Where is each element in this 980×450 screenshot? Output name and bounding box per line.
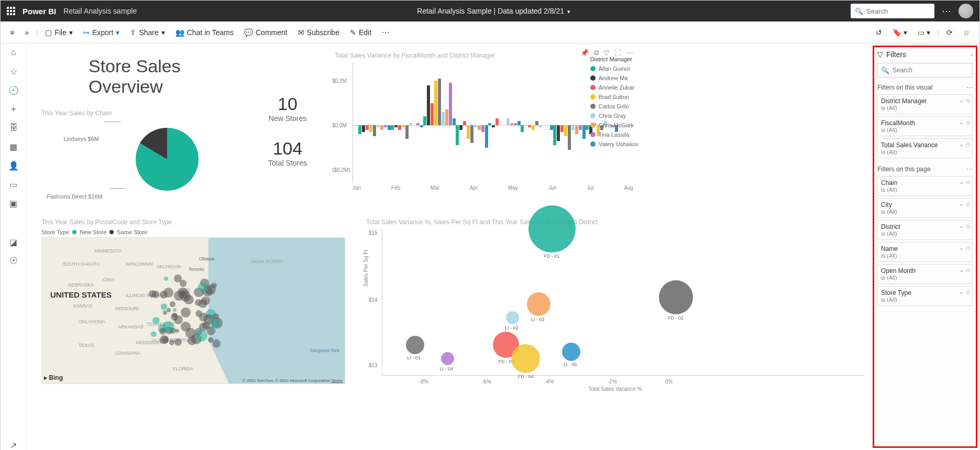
learn-icon[interactable]: ▭ <box>9 180 18 189</box>
report-canvas: Store Sales Overview This Year Sales by … <box>27 43 871 450</box>
scatter-title: Total Sales Variance %, Sales Per Sq Ft … <box>366 218 864 226</box>
clear-icon[interactable]: ◇ <box>966 141 970 148</box>
reset-icon[interactable]: ↺ <box>872 26 886 39</box>
chevron-right-icon: › <box>971 51 973 58</box>
filter-card[interactable]: Nameis (All)⌄◇ <box>877 242 973 262</box>
kpi-total-stores[interactable]: 104 Total Stores <box>240 138 335 167</box>
workspace-name: Retail Analysis sample <box>63 7 137 15</box>
scatter-chart[interactable]: Total Sales Variance %, Sales Per Sq Ft … <box>366 218 864 392</box>
app-launcher-icon[interactable] <box>7 7 15 15</box>
chevron-down-icon[interactable]: ⌄ <box>959 179 964 185</box>
chevron-down-icon[interactable]: ⌄ <box>959 201 964 207</box>
app-nav: ⌂ ☆ 🕘 ＋ 🗄 ▦ 👤 ▭ ▣ ◪ ⦿ ↗ <box>1 43 27 450</box>
filter-card[interactable]: Districtis (All)⌄◇ <box>877 220 973 240</box>
command-bar: ≡ » | ▢ File ▾ ↦ Export ▾ ⇪ Share ▾ 👥 Ch… <box>1 21 979 43</box>
clear-icon[interactable]: ◇ <box>966 245 970 251</box>
map-legend: Store Type New Store Same Store <box>41 229 345 235</box>
chevron-down-icon[interactable]: ⌄ <box>959 119 964 126</box>
chevron-down-icon[interactable]: ⌄ <box>959 289 964 295</box>
page-title: Store Sales Overview <box>89 56 240 97</box>
search-input[interactable] <box>866 7 919 15</box>
clear-icon[interactable]: ◇ <box>966 97 970 104</box>
bing-logo: ▸ Bing <box>44 374 63 381</box>
filters-header[interactable]: ▽ Filters › <box>877 50 973 59</box>
filter-card[interactable]: Cityis (All)⌄◇ <box>877 198 973 218</box>
chevron-down-icon[interactable]: ⌄ <box>959 141 964 148</box>
filter-card[interactable]: FiscalMonthis (All)⌄◇ <box>877 116 973 136</box>
pin-icon[interactable]: 📌 <box>580 49 589 57</box>
pie-title: This Year Sales by Chain <box>41 109 240 117</box>
chat-teams[interactable]: 👥 Chat in Teams <box>171 26 238 39</box>
comment-button[interactable]: 💬 Comment <box>240 26 292 39</box>
deployment-icon[interactable]: ⦿ <box>9 256 18 266</box>
create-icon[interactable]: ＋ <box>9 104 18 114</box>
nav-toggle-icon[interactable]: ≡ <box>6 26 18 39</box>
global-search[interactable]: 🔍 <box>851 4 934 18</box>
pages-toggle-icon[interactable]: » <box>20 26 33 39</box>
shared-icon[interactable]: 👤 <box>9 161 18 170</box>
chevron-down-icon[interactable]: ⌄ <box>959 223 964 229</box>
view-menu[interactable]: ▭ ▾ <box>913 26 934 39</box>
more-commands-icon[interactable]: ⋯ <box>378 26 393 39</box>
report-title-center[interactable]: Retail Analysis Sample | Data updated 2/… <box>144 7 843 15</box>
chevron-down-icon[interactable]: ⌄ <box>959 267 964 273</box>
refresh-icon[interactable]: ⟳ <box>942 26 957 39</box>
favorite-icon[interactable]: ☆ <box>959 26 974 39</box>
bar-chart[interactable]: 📌 ⧉ ▽ ⛶ ⋯ Total Sales Variance by Fiscal… <box>335 52 633 209</box>
apps-icon[interactable]: ▦ <box>9 142 18 151</box>
chevron-down-icon: ▾ <box>567 8 570 15</box>
filter-card[interactable]: Chainis (All)⌄◇ <box>877 176 973 196</box>
filters-search[interactable]: 🔍 <box>877 63 973 78</box>
search-icon: 🔍 <box>855 7 863 15</box>
filter-card[interactable]: District Manageris (All)⌄◇ <box>877 94 973 114</box>
subscribe-button[interactable]: ✉ Subscribe <box>294 26 344 39</box>
pie-label-2: Fashions Direct $16M <box>47 193 103 200</box>
clear-icon[interactable]: ◇ <box>966 179 970 185</box>
pie-chart[interactable]: Lindseys $6M Fashions Direct $16M <box>41 120 240 209</box>
edit-button[interactable]: ✎ Edit <box>346 26 376 39</box>
filter-card[interactable]: Store Typeis (All)⌄◇ <box>877 286 973 306</box>
map-title: This Year Sales by PostalCode and Store … <box>41 218 345 226</box>
export-menu[interactable]: ↦ Export ▾ <box>79 26 124 39</box>
clear-icon[interactable]: ◇ <box>966 201 970 207</box>
brand: Power BI <box>23 7 56 16</box>
share-menu[interactable]: ⇪ Share ▾ <box>126 26 169 39</box>
file-menu[interactable]: ▢ File ▾ <box>41 26 77 39</box>
map-visual[interactable]: UNITED STATES MINNESOTA WISCONSIN MICHIG… <box>41 237 345 384</box>
group-more-icon[interactable]: ⋯ <box>966 166 973 173</box>
recent-icon[interactable]: 🕘 <box>9 85 18 95</box>
clear-icon[interactable]: ◇ <box>966 223 970 229</box>
top-bar: Power BI Retail Analysis sample Retail A… <box>1 1 979 21</box>
avatar[interactable] <box>959 4 973 18</box>
group-more-icon[interactable]: ⋯ <box>966 84 973 91</box>
getdata-icon[interactable]: ↗ <box>9 441 18 450</box>
favorites-icon[interactable]: ☆ <box>9 67 18 76</box>
clear-icon[interactable]: ◇ <box>966 289 970 295</box>
filters-pane: ▽ Filters › 🔍 Filters on this visual⋯ Di… <box>873 46 977 448</box>
chevron-down-icon[interactable]: ⌄ <box>959 245 964 251</box>
kpi-new-stores[interactable]: 10 New Stores <box>240 94 335 123</box>
workspaces-icon[interactable]: ▣ <box>9 199 18 208</box>
more-icon[interactable]: ⋯ <box>942 5 951 17</box>
pie-label-1: Lindseys $6M <box>57 136 99 142</box>
chevron-down-icon[interactable]: ⌄ <box>959 97 964 104</box>
clear-icon[interactable]: ◇ <box>966 119 970 126</box>
filter-card[interactable]: Total Sales Varianceis (All)⌄◇ <box>877 138 973 158</box>
filter-card[interactable]: Open Monthis (All)⌄◇ <box>877 264 973 284</box>
search-icon: 🔍 <box>881 67 889 74</box>
clear-icon[interactable]: ◇ <box>966 267 970 273</box>
home-icon[interactable]: ⌂ <box>9 48 18 57</box>
bookmark-icon[interactable]: 🔖 ▾ <box>888 26 911 39</box>
workspace-switch-icon[interactable]: ◪ <box>9 237 18 247</box>
filter-icon: ▽ <box>877 50 883 59</box>
bar-legend: District Manager Allan GuinotAndrew MaAn… <box>590 56 638 150</box>
datasets-icon[interactable]: 🗄 <box>9 123 18 133</box>
